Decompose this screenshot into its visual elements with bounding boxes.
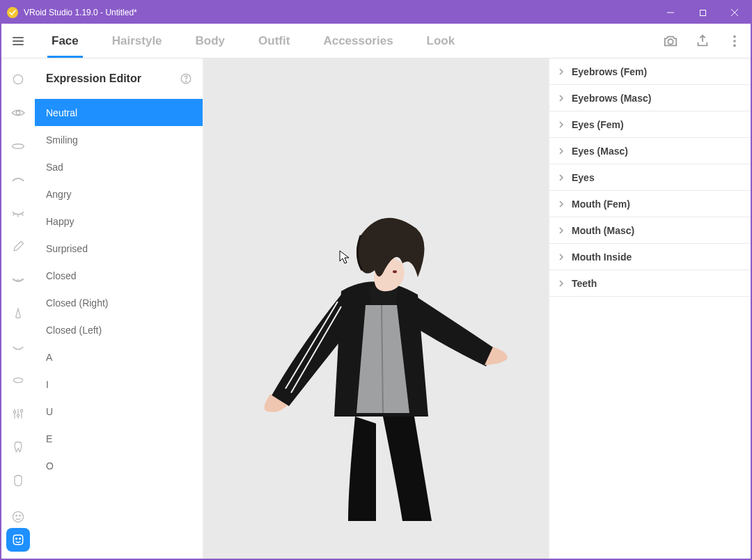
list-item-label: Sad (46, 162, 63, 173)
accordion-label: Eyes (Masc) (572, 146, 628, 157)
expression-list: Neutral Smiling Sad Angry Happy Surprise… (35, 99, 203, 559)
list-item-label: I (46, 379, 49, 390)
accordion-eyes-fem[interactable]: Eyes (Fem) (549, 111, 751, 138)
svg-rect-31 (13, 535, 22, 544)
accordion-mouth-fem[interactable]: Mouth (Fem) (549, 191, 751, 217)
list-item-label: Closed (Left) (46, 325, 102, 336)
svg-rect-1 (700, 10, 705, 15)
accordion-label: Eyes (572, 172, 595, 183)
tab-body[interactable]: Body (179, 24, 242, 58)
expression-item-happy[interactable]: Happy (35, 208, 203, 235)
lips-icon[interactable] (10, 138, 26, 155)
emoji-icon[interactable] (10, 508, 26, 525)
color-picker-icon[interactable] (10, 238, 26, 255)
expression-item-angry[interactable]: Angry (35, 180, 203, 208)
expression-item-smiling[interactable]: Smiling (35, 126, 203, 153)
accordion-label: Teeth (572, 278, 597, 289)
chevron-right-icon (558, 95, 565, 102)
expression-panel: Expression Editor Neutral Smiling Sad An… (35, 59, 203, 559)
chevron-right-icon (558, 121, 565, 128)
expression-item-closed-right[interactable]: Closed (Right) (35, 289, 203, 316)
nose-icon[interactable] (10, 305, 26, 322)
svg-line-14 (13, 214, 15, 216)
expression-item-u[interactable]: U (35, 398, 203, 425)
expression-item-sad[interactable]: Sad (35, 153, 203, 180)
hamburger-menu-button[interactable] (1, 24, 35, 58)
panel-title: Expression Editor (46, 72, 141, 85)
accordion-eyes[interactable]: Eyes (549, 164, 751, 191)
expression-item-e[interactable]: E (35, 425, 203, 452)
accordion-eyebrows-fem[interactable]: Eyebrows (Fem) (549, 59, 751, 85)
svg-point-35 (185, 81, 186, 81)
svg-line-19 (19, 279, 19, 282)
tab-look[interactable]: Look (410, 24, 472, 58)
tooth-icon[interactable] (10, 439, 26, 456)
list-item-label: E (46, 433, 52, 444)
close-button[interactable] (719, 1, 751, 24)
tab-accessories[interactable]: Accessories (306, 24, 409, 58)
category-rail (1, 59, 35, 559)
accordion-mouth-inside[interactable]: Mouth Inside (549, 244, 751, 270)
expression-editor-mode-button[interactable] (6, 528, 30, 552)
expression-item-closed[interactable]: Closed (35, 262, 203, 289)
expression-item-a[interactable]: A (35, 343, 203, 371)
tab-label: Outfit (258, 34, 290, 48)
svg-point-9 (733, 40, 736, 42)
svg-point-29 (16, 515, 17, 517)
main-tabbar: Face Hairstyle Body Outfit Accessories L… (1, 24, 751, 59)
maximize-button[interactable] (687, 1, 719, 24)
tab-face[interactable]: Face (35, 24, 95, 58)
svg-point-8 (733, 35, 736, 38)
list-item-label: Angry (46, 189, 72, 200)
tab-label: Look (427, 34, 455, 48)
chevron-right-icon (558, 148, 565, 155)
accordion-label: Mouth (Masc) (572, 225, 634, 236)
accordion-label: Mouth Inside (572, 251, 632, 263)
expression-item-neutral[interactable]: Neutral (35, 99, 203, 126)
accordion-label: Mouth (Fem) (572, 199, 630, 210)
ear-icon[interactable] (10, 372, 26, 389)
kebab-menu-button[interactable] (719, 24, 751, 58)
minimize-button[interactable] (655, 1, 687, 24)
svg-point-28 (13, 512, 24, 522)
wrinkle-icon[interactable] (10, 272, 26, 288)
svg-point-11 (13, 75, 22, 84)
accordion-eyes-masc[interactable]: Eyes (Masc) (549, 138, 751, 164)
svg-point-26 (17, 414, 19, 417)
svg-point-10 (733, 44, 736, 47)
head-shape-icon[interactable] (10, 472, 26, 489)
help-button[interactable] (179, 72, 193, 86)
expression-item-closed-left[interactable]: Closed (Left) (35, 316, 203, 343)
eyelash-icon[interactable] (10, 205, 26, 221)
expression-item-i[interactable]: I (35, 371, 203, 398)
face-outline-icon[interactable] (10, 71, 26, 88)
svg-point-21 (13, 378, 22, 383)
list-item-label: Surprised (46, 243, 88, 254)
sliders-icon[interactable] (10, 405, 26, 422)
svg-point-7 (668, 39, 673, 44)
chevron-right-icon (558, 254, 565, 260)
export-button[interactable] (687, 24, 719, 58)
window-title: VRoid Studio 1.19.0 - Untitled* (24, 8, 655, 17)
accordion-eyebrows-masc[interactable]: Eyebrows (Masc) (549, 85, 751, 111)
expression-item-surprised[interactable]: Surprised (35, 235, 203, 262)
titlebar: VRoid Studio 1.19.0 - Untitled* (1, 1, 751, 24)
tab-label: Face (52, 34, 79, 48)
accordion-mouth-masc[interactable]: Mouth (Masc) (549, 217, 751, 244)
tab-hairstyle[interactable]: Hairstyle (95, 24, 179, 58)
3d-viewport[interactable] (203, 59, 549, 559)
svg-point-12 (16, 111, 20, 115)
expression-item-o[interactable]: O (35, 452, 203, 479)
eyebrow-icon[interactable] (10, 171, 26, 188)
avatar-model (237, 166, 515, 531)
chevron-right-icon (558, 227, 565, 234)
accordion-teeth[interactable]: Teeth (549, 270, 751, 297)
tab-label: Body (196, 34, 226, 48)
tab-outfit[interactable]: Outfit (242, 24, 306, 58)
chevron-right-icon (558, 68, 565, 75)
svg-point-13 (13, 144, 24, 148)
eye-icon[interactable] (10, 104, 26, 121)
tab-label: Accessories (323, 34, 393, 48)
mouth-open-icon[interactable] (10, 339, 26, 355)
camera-button[interactable] (655, 24, 687, 58)
